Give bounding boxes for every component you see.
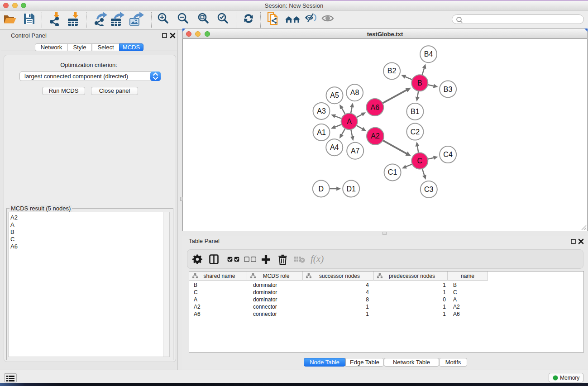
svg-text:A6: A6	[371, 104, 380, 111]
svg-text:C1: C1	[388, 168, 397, 176]
svg-text:A2: A2	[371, 132, 380, 140]
svg-text:C2: C2	[411, 128, 420, 136]
svg-text:A3: A3	[317, 107, 326, 115]
svg-text:B2: B2	[387, 67, 397, 75]
svg-text:C: C	[417, 157, 423, 165]
svg-text:D: D	[319, 185, 324, 193]
svg-text:A5: A5	[330, 91, 339, 99]
svg-text:A1: A1	[317, 129, 326, 136]
svg-text:B3: B3	[444, 86, 453, 93]
svg-text:B4: B4	[424, 50, 433, 58]
svg-text:C4: C4	[443, 151, 453, 158]
svg-text:A4: A4	[330, 143, 339, 151]
svg-text:B1: B1	[411, 108, 420, 115]
svg-text:B: B	[417, 79, 422, 87]
svg-text:A8: A8	[350, 89, 359, 96]
svg-text:A: A	[347, 118, 352, 125]
svg-text:C3: C3	[424, 186, 434, 193]
svg-text:A7: A7	[351, 147, 360, 155]
svg-text:D1: D1	[346, 185, 356, 193]
